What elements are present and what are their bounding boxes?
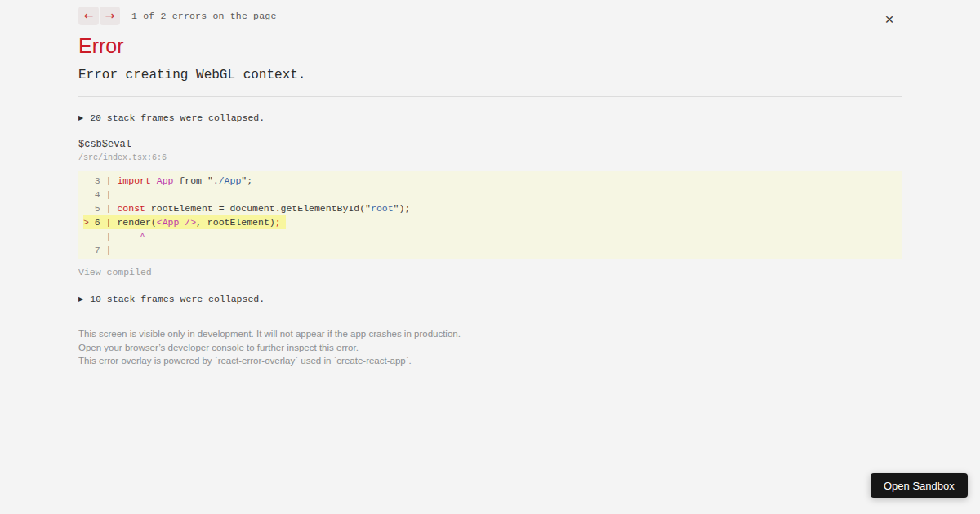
- code-line: 7 |: [83, 243, 902, 257]
- expand-triangle-icon: ▶: [78, 114, 83, 122]
- open-sandbox-button[interactable]: Open Sandbox: [871, 473, 968, 498]
- collapsed-frames-top-label: 20 stack frames were collapsed.: [90, 113, 265, 123]
- stack-function-name: $csb$eval: [78, 139, 131, 150]
- code-line: 5 | const rootElement = document.getElem…: [83, 202, 902, 215]
- error-counter: 1 of 2 errors on the page: [131, 11, 277, 21]
- view-compiled-link[interactable]: View compiled: [78, 267, 152, 277]
- error-overlay-page: ← → 1 of 2 errors on the page × Error Er…: [0, 0, 980, 514]
- code-line: > 6 | render(<App />, rootElement);: [83, 215, 902, 229]
- collapsed-frames-top[interactable]: ▶20 stack frames were collapsed.: [78, 113, 265, 123]
- code-line: | ^: [83, 229, 902, 243]
- footer-line-console: Open your browser’s developer console to…: [78, 341, 461, 355]
- close-icon: ×: [884, 11, 893, 28]
- code-line: 3 | import App from "./App";: [83, 174, 902, 188]
- error-message: Error creating WebGL context.: [78, 68, 305, 82]
- prev-error-button[interactable]: ←: [78, 7, 99, 25]
- arrow-left-icon: ←: [84, 9, 94, 22]
- expand-triangle-icon: ▶: [78, 295, 83, 303]
- divider: [78, 96, 902, 97]
- footer-line-powered-by: This error overlay is powered by `react-…: [78, 354, 461, 368]
- collapsed-frames-bottom-label: 10 stack frames were collapsed.: [90, 294, 265, 304]
- footer-line-dev-only: This screen is visible only in developme…: [78, 327, 461, 341]
- arrow-right-icon: →: [105, 9, 115, 22]
- stack-location: /src/index.tsx:6:6: [78, 153, 167, 162]
- error-title: Error: [78, 34, 124, 58]
- code-line: 4 |: [83, 188, 902, 202]
- collapsed-frames-bottom[interactable]: ▶10 stack frames were collapsed.: [78, 294, 265, 304]
- error-navigation: ← → 1 of 2 errors on the page: [78, 7, 277, 25]
- next-error-button[interactable]: →: [100, 7, 120, 25]
- footer-notes: This screen is visible only in developme…: [78, 327, 461, 368]
- code-frame: 3 | import App from "./App"; 4 | 5 | con…: [78, 171, 902, 259]
- close-button[interactable]: ×: [880, 10, 899, 29]
